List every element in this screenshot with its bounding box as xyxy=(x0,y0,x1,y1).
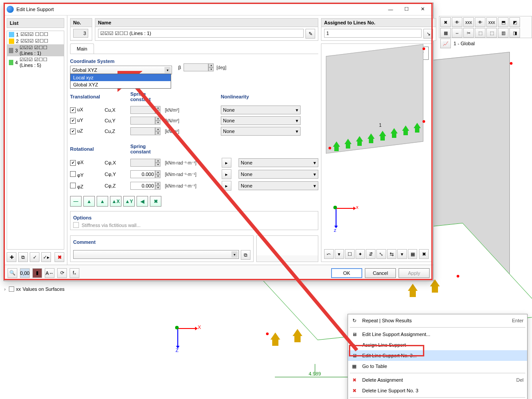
list-item[interactable]: 2☑☑☑ ☑☐☐ xyxy=(7,38,64,44)
phiy-checkbox[interactable] xyxy=(70,171,76,177)
toolbar-button[interactable]: ⬚ xyxy=(475,28,485,38)
coord-system-dropdown[interactable]: Local xyz Global XYZ xyxy=(70,74,171,89)
menu-item-edit-line-support[interactable]: 🖥Edit Line Support No. 3... xyxy=(348,350,527,361)
toolbar-button[interactable]: xxx xyxy=(486,17,497,27)
preview-tool[interactable]: ⤺ xyxy=(324,249,334,259)
preview-tool[interactable]: ✖ xyxy=(419,249,429,259)
apply-button[interactable]: Apply xyxy=(399,268,430,278)
footer-tool[interactable]: A↔ xyxy=(45,268,55,278)
preset-button[interactable]: ▲ xyxy=(97,196,108,207)
footer-tool[interactable]: ⟳ xyxy=(57,268,67,278)
list-item[interactable]: 4☑☑☑ ☑☐☐ (Lines : 5) xyxy=(7,56,64,68)
comment-extra-button[interactable]: ⧉ xyxy=(241,250,250,260)
close-button[interactable]: ✕ xyxy=(415,4,430,15)
navigator-tree[interactable]: › xx Values on Surfaces xyxy=(0,284,89,294)
edit-name-icon[interactable]: ✎ xyxy=(305,29,315,39)
tab-main[interactable]: Main xyxy=(70,43,94,54)
cuz-input[interactable]: ▴▾ xyxy=(130,127,161,135)
menu-item[interactable]: ✖Delete AssignmentDel xyxy=(348,375,527,385)
toolbar-button[interactable]: ⬚ xyxy=(486,28,497,38)
check-all-button[interactable]: ✓▸ xyxy=(41,252,51,262)
extra-button[interactable]: ▸ xyxy=(222,181,231,191)
delete-button[interactable]: ✖ xyxy=(55,252,64,262)
preset-button[interactable]: ✖ xyxy=(150,196,161,207)
tree-checkbox[interactable] xyxy=(9,286,14,292)
preview-tool[interactable]: ⇵ xyxy=(366,249,376,259)
toolbar-button[interactable]: ▥ xyxy=(498,28,509,38)
assigned-lines-field[interactable] xyxy=(324,29,422,38)
titlebar[interactable]: Edit Line Support — ☐ ✕ xyxy=(4,3,433,16)
cuy-input[interactable]: ▴▾ xyxy=(130,117,161,125)
comment-combo[interactable]: ▾ xyxy=(73,250,239,259)
footer-tool[interactable]: ▮ xyxy=(32,268,42,278)
preview-viewport[interactable]: -Y 1 x z xyxy=(321,43,432,262)
toolbar-button[interactable]: ↔ xyxy=(452,28,462,38)
menu-item[interactable]: ✖Delete Line Support No. 3 xyxy=(348,385,527,396)
cphiz-input[interactable]: ▴▾ xyxy=(130,182,161,190)
dropdown-option[interactable]: Local xyz xyxy=(70,74,171,81)
toolbar-button[interactable]: xxx xyxy=(463,17,474,27)
preview-tool[interactable]: ✦ xyxy=(356,249,365,259)
preview-tool[interactable]: ⤡ xyxy=(376,249,386,259)
nonlinearity-combo[interactable]: None▾ xyxy=(239,170,318,179)
expand-icon[interactable]: › xyxy=(3,286,7,292)
no-field[interactable] xyxy=(73,29,88,38)
nonlinearity-combo[interactable]: None▾ xyxy=(221,127,301,136)
extra-button[interactable]: ▸ xyxy=(222,158,231,168)
preset-button[interactable]: ▲ xyxy=(83,196,95,207)
check-button[interactable]: ✓ xyxy=(30,252,39,262)
pick-lines-icon[interactable]: ↘ xyxy=(423,29,433,39)
cux-input[interactable]: ▴▾ xyxy=(130,106,161,114)
cancel-button[interactable]: Cancel xyxy=(365,268,396,278)
toolbar-button[interactable]: ⬒ xyxy=(498,17,509,27)
preview-tool[interactable]: ▦ xyxy=(408,249,418,259)
list-item[interactable]: 3☑☑☑ ☑☐☐ (Lines : 1) xyxy=(7,44,64,56)
name-field[interactable] xyxy=(98,29,304,38)
preview-tool[interactable]: ▾ xyxy=(397,249,407,259)
preset-button[interactable]: ◀ xyxy=(137,196,148,207)
phiz-checkbox[interactable] xyxy=(70,183,76,188)
preset-button[interactable]: ▲Y xyxy=(123,196,135,207)
dropdown-option[interactable]: Global XYZ xyxy=(70,81,171,88)
nonlinearity-combo[interactable]: None▾ xyxy=(239,181,318,190)
phix-checkbox[interactable] xyxy=(70,160,76,166)
footer-tool[interactable]: fₓ xyxy=(70,268,79,278)
toolbar-button[interactable]: 👁 xyxy=(475,17,485,27)
cphix-input[interactable]: ▴▾ xyxy=(130,159,161,167)
menu-item[interactable]: ▲Assign Line Support xyxy=(348,340,527,350)
toolbar-button[interactable]: ✖ xyxy=(440,17,451,27)
copy-button[interactable]: ⧉ xyxy=(18,252,28,262)
toolbar-button[interactable]: ✂ xyxy=(463,28,474,38)
toolbar-button[interactable]: 📈 xyxy=(440,39,451,48)
footer-tool[interactable]: 0,00 xyxy=(20,268,30,278)
list-item[interactable]: 1☑☑☑ ☐☐☐ xyxy=(7,31,64,38)
toolbar-button[interactable]: 👁 xyxy=(452,17,462,27)
toolbar-button[interactable]: ◩ xyxy=(509,17,520,27)
new-button[interactable]: ✚ xyxy=(7,252,16,262)
ok-button[interactable]: OK xyxy=(331,268,362,278)
beta-input[interactable]: ▴▾ xyxy=(184,63,214,71)
support-list[interactable]: 1☑☑☑ ☐☐☐ 2☑☑☑ ☑☐☐ 3☑☑☑ ☑☐☐ (Lines : 1) 4… xyxy=(7,31,64,250)
nonlinearity-combo[interactable]: None▾ xyxy=(221,116,301,125)
toolbar-button[interactable]: ◨ xyxy=(509,28,520,38)
maximize-button[interactable]: ☐ xyxy=(399,4,415,15)
preset-button[interactable]: — xyxy=(70,196,82,207)
extra-button[interactable]: ▸ xyxy=(222,169,231,179)
menu-item[interactable]: ▦Go to Table xyxy=(348,361,527,372)
minimize-button[interactable]: — xyxy=(383,4,399,15)
preview-tool[interactable]: ☐ xyxy=(345,249,355,259)
preview-tool[interactable]: ▾ xyxy=(335,249,344,259)
cphiy-input[interactable]: ▴▾ xyxy=(130,170,161,178)
uy-checkbox[interactable] xyxy=(70,118,76,124)
nonlinearity-combo[interactable]: None▾ xyxy=(239,158,318,167)
preset-button[interactable]: ▲X xyxy=(110,196,121,207)
menu-item[interactable]: ↻Repeat | Show ResultsEnter xyxy=(348,315,527,326)
footer-tool[interactable]: 🔍 xyxy=(8,268,17,278)
ux-checkbox[interactable] xyxy=(70,107,76,113)
coord-system-combo[interactable]: Global XYZ▾ xyxy=(70,66,172,74)
uz-checkbox[interactable] xyxy=(70,129,76,134)
nonlinearity-combo[interactable]: None▾ xyxy=(221,106,301,114)
preview-tool[interactable]: ⇆ xyxy=(387,249,397,259)
menu-item[interactable]: 🖥Edit Line Support Assignment... xyxy=(348,329,527,340)
toolbar-button[interactable]: ▦ xyxy=(440,28,451,38)
